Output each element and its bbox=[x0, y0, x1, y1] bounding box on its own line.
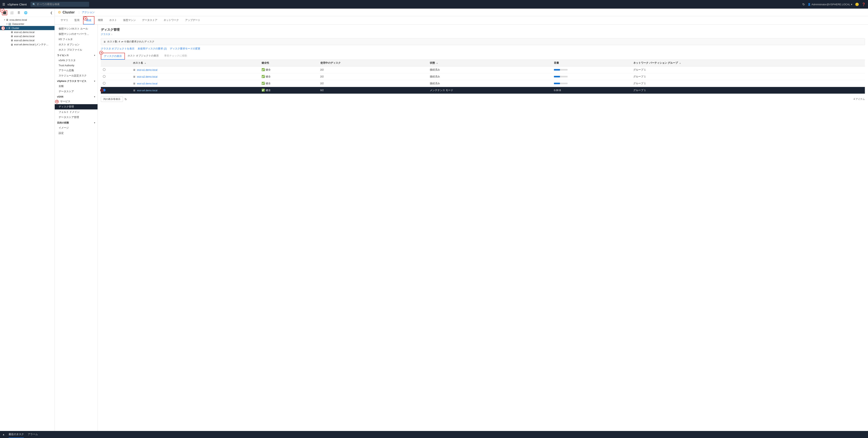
tab-updates[interactable]: アップデート bbox=[182, 17, 203, 25]
help-icon[interactable]: ❓ bbox=[862, 3, 866, 6]
table-row[interactable]: 🖥 esxi-a2.demo.local ✅ 健全 2/2 接続済み グループ … bbox=[101, 73, 865, 80]
host-icon: 🖥 bbox=[133, 89, 135, 92]
nav-section-desired-label: 目的の状態 bbox=[57, 121, 69, 125]
link-disk-request-mode[interactable]: ディスク要求モードの変更 bbox=[170, 47, 200, 51]
table-footer: 列の表示/非表示 ↻ 4 アイテム bbox=[101, 95, 865, 103]
tree-item-esxi-a2[interactable]: 🖥 esxi-a2.demo.local bbox=[0, 34, 55, 38]
refresh-icon[interactable]: ↻ bbox=[802, 3, 805, 6]
row-radio[interactable] bbox=[103, 82, 105, 85]
nav-item-fault-domain[interactable]: フォルト ドメイン bbox=[55, 110, 97, 115]
host-link[interactable]: esxi-a3.demo.local bbox=[137, 82, 157, 85]
nav-item-settings[interactable]: 設定 bbox=[55, 131, 97, 136]
user-label: Administrator@VSPHERE.LOCAL bbox=[811, 3, 850, 6]
tab-networks[interactable]: ネットワーク bbox=[161, 17, 182, 25]
bottom-tab-recent-tasks[interactable]: 最近のタスク bbox=[9, 431, 24, 438]
nav-item-general[interactable]: 全般 bbox=[55, 84, 97, 89]
tree-item-cluster[interactable]: ▾ ⚙ Cluster bbox=[0, 26, 55, 30]
col-status[interactable]: 状態 ▲ bbox=[428, 60, 552, 66]
nav-item-host-profiles[interactable]: ホスト プロファイル bbox=[55, 47, 97, 53]
storage-icon[interactable]: 🗄 bbox=[17, 10, 21, 15]
search-bar[interactable]: 🔍 すべての環境を検索 bbox=[30, 2, 89, 7]
nav-item-host-options[interactable]: ホスト オプション bbox=[55, 42, 97, 47]
host-icon: 🖥 bbox=[10, 43, 13, 46]
host-link[interactable]: esxi-a4.demo.local bbox=[137, 89, 157, 92]
cell-hostname: 🖥 esxi-a2.demo.local bbox=[131, 73, 259, 80]
row-radio[interactable] bbox=[103, 68, 105, 71]
nav-section-desired-state[interactable]: 目的の状態 ▾ bbox=[55, 120, 97, 125]
cell-network-group: グループ 1 bbox=[631, 73, 865, 80]
capacity-bar bbox=[554, 83, 567, 84]
tab-monitor[interactable]: 監視 bbox=[72, 17, 82, 25]
bottom-tab-alarms[interactable]: アラーム bbox=[28, 431, 38, 438]
host-link[interactable]: esxi-a1.demo.local bbox=[137, 69, 157, 71]
sub-tab-disk-view[interactable]: ディスクの表示 bbox=[101, 53, 125, 60]
host-link[interactable]: esxi-a2.demo.local bbox=[137, 75, 157, 78]
cell-radio[interactable] bbox=[101, 66, 131, 73]
nav-item-vm-overrides[interactable]: 仮想マシンのオーバーラ… bbox=[55, 31, 97, 37]
tab-summary[interactable]: サマリ bbox=[58, 17, 71, 25]
tree-item-esxi-a1[interactable]: 🖥 esxi-a1.demo.local bbox=[0, 30, 55, 34]
col-network-group[interactable]: ネットワーク パーティション グループ ▲ bbox=[631, 60, 865, 66]
bottom-expand-icon[interactable]: ▲ bbox=[2, 433, 5, 436]
nav-section-vsphere-services[interactable]: vSphere クラスタ サービス ▾ bbox=[55, 79, 97, 84]
menu-icon[interactable]: ☰ bbox=[2, 3, 5, 6]
actions-link[interactable]: アクション bbox=[82, 10, 95, 14]
tree-item-esxi-a3[interactable]: 🖥 esxi-a3.demo.local bbox=[0, 38, 55, 42]
columns-toggle-button[interactable]: 列の表示/非表示 bbox=[101, 97, 123, 102]
sidebar-collapse-icon[interactable]: ❮ bbox=[50, 11, 53, 14]
info-icon: 🖥 bbox=[103, 40, 106, 43]
nav-item-disk-management[interactable]: ディスク管理 bbox=[55, 104, 97, 110]
tab-vms[interactable]: 仮想マシン bbox=[120, 17, 138, 25]
user-menu[interactable]: 👤 Administrator@VSPHERE.LOCAL ▾ bbox=[808, 3, 852, 6]
cell-network-group: グループ 1 bbox=[631, 66, 865, 73]
link-unused-disks[interactable]: 未使用ディスクの要求 (2) bbox=[137, 47, 167, 51]
nav-item-datastore-management[interactable]: データストア管理 bbox=[55, 115, 97, 120]
breadcrumb-cluster[interactable]: クラスタ bbox=[101, 33, 110, 36]
col-radio bbox=[101, 60, 131, 66]
nav-item-io-filter[interactable]: I/O フィルタ bbox=[55, 37, 97, 42]
network-icon[interactable]: 🌐 bbox=[23, 10, 28, 15]
nav-item-scheduled-tasks[interactable]: スケジュール設定タスク bbox=[55, 73, 97, 79]
col-hostname[interactable]: ホスト名 ▲ bbox=[131, 60, 259, 66]
nav-item-vm-host-rules[interactable]: 仮想マシン/ホスト ルール bbox=[55, 26, 97, 31]
health-ok-icon: ✅ bbox=[261, 68, 265, 71]
tree-label-esxi-a4: esxi-a4.demo.local (メンテナ… bbox=[14, 43, 49, 46]
cell-radio[interactable] bbox=[101, 73, 131, 80]
cell-health: ✅ 健全 bbox=[259, 66, 318, 73]
nav-item-datastore[interactable]: データストア bbox=[55, 89, 97, 94]
refresh-table-icon[interactable]: ↻ bbox=[124, 97, 127, 101]
tab-permissions[interactable]: 権限 bbox=[95, 17, 106, 25]
cell-network-group: グループ 1 bbox=[631, 87, 865, 94]
tabs: サマリ 監視 ③ 構成 権限 ホスト 仮想マシン データストア ネットワーク ア… bbox=[55, 16, 868, 25]
cell-radio[interactable] bbox=[101, 87, 131, 94]
brand-label: vSphere Client bbox=[7, 3, 27, 6]
tree-item-datacenter[interactable]: ▾ 🏢 Datacenter bbox=[0, 22, 55, 26]
table-row[interactable]: 🖥 esxi-a1.demo.local ✅ 健全 2/2 接続済み グループ … bbox=[101, 66, 865, 73]
cell-radio[interactable] bbox=[101, 80, 131, 87]
vms-templates-icon[interactable]: ⬜ bbox=[9, 10, 14, 15]
tree-label-esxi-a2: esxi-a2.demo.local bbox=[14, 35, 34, 38]
nav-item-services[interactable]: サービス bbox=[55, 99, 97, 104]
link-cluster-objects[interactable]: クラスタ オブジェクトを表示 bbox=[101, 47, 134, 51]
tab-hosts[interactable]: ホスト bbox=[106, 17, 120, 25]
disk-table: ホスト名 ▲ 健全性 使用中のディスク 状態 ▲ 容量 ネットワーク パーティシ… bbox=[101, 60, 865, 94]
sub-tabs: ディスクの表示 ホスト オブジェクトの表示 事前チェックに移動 bbox=[101, 53, 865, 60]
row-radio[interactable] bbox=[103, 75, 105, 78]
table-row[interactable]: 🖥 esxi-a3.demo.local ✅ 健全 2/2 接続済み グループ … bbox=[101, 80, 865, 87]
tab-datastores[interactable]: データストア bbox=[140, 17, 160, 25]
nav-item-image[interactable]: イメージ bbox=[55, 125, 97, 131]
nav-section-license[interactable]: ライセンス ▾ bbox=[55, 53, 97, 58]
table-row-selected[interactable]: ⑤ 🖥 esxi-a4.demo.local ✅ 健全 0/2 メンテナンス モ… bbox=[101, 87, 865, 94]
nav-section-vsan[interactable]: vSAN ▾ bbox=[55, 94, 97, 99]
nav-item-alarm-definitions[interactable]: アラーム定義 bbox=[55, 68, 97, 73]
tree-item-esxi-a4[interactable]: 🖥 esxi-a4.demo.local (メンテナ… bbox=[0, 42, 55, 47]
tree-item-vcsa[interactable]: ▾ 🖥 vcsa.demo.local bbox=[0, 18, 55, 22]
table-header: ホスト名 ▲ 健全性 使用中のディスク 状態 ▲ 容量 ネットワーク パーティシ… bbox=[101, 60, 865, 66]
sub-tab-host-objects[interactable]: ホスト オブジェクトの表示 bbox=[125, 53, 161, 60]
nav-item-vsan-cluster[interactable]: vSAN クラスタ bbox=[55, 58, 97, 63]
smiley-icon[interactable]: 🙂 bbox=[855, 3, 859, 6]
content-panel: ⚙ Cluster ⋮ アクション サマリ 監視 ③ 構成 権限 ホスト 仮想マ… bbox=[55, 9, 868, 431]
annotation-3: ③ bbox=[84, 17, 87, 21]
nav-item-trust-authority[interactable]: Trust Authority bbox=[55, 63, 97, 68]
cell-status: 接続済み bbox=[428, 73, 552, 80]
